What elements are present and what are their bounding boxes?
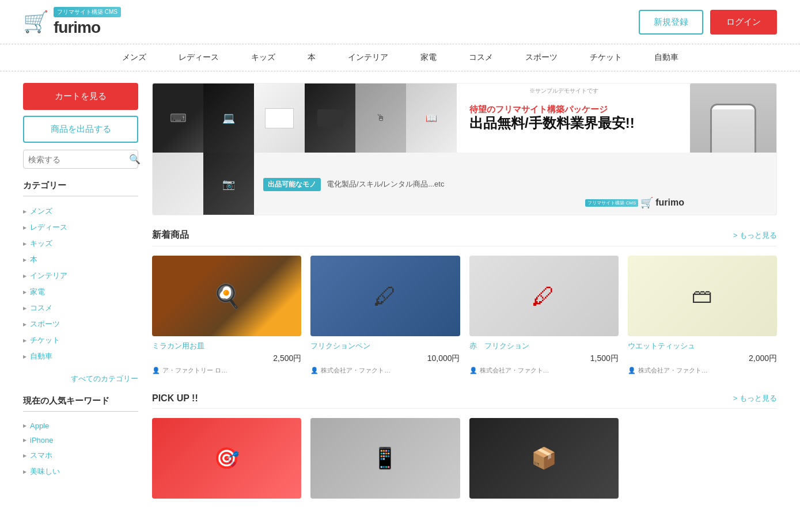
sell-button[interactable]: 商品を出品する xyxy=(23,116,138,143)
product-seller-2: 👤 株式会社ア・ファクト… xyxy=(469,366,619,375)
banner-bottom-thumb-1 xyxy=(153,153,203,215)
sidebar-item-sports[interactable]: スポーツ xyxy=(23,316,138,332)
banner-thumb-3 xyxy=(254,83,305,153)
sidebar-item-ladies[interactable]: レディース xyxy=(23,219,138,235)
category-list: メンズ レディース キッズ 本 インテリア 家電 コスメ スポーツ チケット 自… xyxy=(23,203,138,364)
pen-red-icon: 🖊 xyxy=(532,283,555,309)
banner-bottom-row: 📷 出品可能なモノ 電化製品/スキル/レンタル商品...etc フリマサイト構築… xyxy=(153,153,776,215)
search-input[interactable] xyxy=(28,155,129,164)
nav-item-electronics[interactable]: 家電 xyxy=(404,44,453,71)
sidebar: カートを見る 商品を出品する 🔍 カテゴリー メンズ レディース キッズ 本 イ… xyxy=(23,83,138,503)
nav-item-car[interactable]: 自動車 xyxy=(638,44,695,71)
pickup-card-1[interactable]: 📱 xyxy=(310,418,460,503)
register-button[interactable]: 新規登録 xyxy=(639,10,703,35)
nav-item-book[interactable]: 本 xyxy=(291,44,332,71)
main-nav: メンズ レディース キッズ 本 インテリア 家電 コスメ スポーツ チケット 自… xyxy=(0,44,800,71)
food-icon: 🍳 xyxy=(213,283,241,310)
product-card-2[interactable]: 🖊 赤 フリクション 1,500円 👤 株式会社ア・ファクト… xyxy=(469,256,619,375)
search-box: 🔍 xyxy=(23,150,138,169)
tissue-icon: 🗃 xyxy=(692,284,712,308)
product-name-1[interactable]: フリクションペン xyxy=(310,341,460,351)
product-price-1: 10,000円 xyxy=(310,354,460,364)
pickup-title: PICK UP !! xyxy=(152,393,198,404)
banner-top-row: ⌨ 💻 🖱 📖 ※サンプルデモサイ xyxy=(153,83,776,153)
pen-icon: 🖊 xyxy=(374,283,397,309)
banner-thumb-6: 📖 xyxy=(406,83,457,153)
person-icon-3: 👤 xyxy=(628,367,636,374)
banner-cart-icon: 🛒 xyxy=(640,196,653,209)
nav-item-kids[interactable]: キッズ xyxy=(235,44,291,71)
logo-badge: フリマサイト構築 CMS xyxy=(54,7,121,17)
sidebar-item-cosme[interactable]: コスメ xyxy=(23,300,138,316)
keyword-apple[interactable]: Apple xyxy=(23,419,138,433)
tablet-icon xyxy=(317,109,343,127)
product-name-0[interactable]: ミラカン用お皿 xyxy=(152,341,301,351)
keyboard-icon: ⌨ xyxy=(170,111,187,125)
pickup-card-0[interactable]: 🎯 xyxy=(152,418,301,503)
banner-thumb-4 xyxy=(305,83,355,153)
keyword-iphone[interactable]: iPhone xyxy=(23,433,138,447)
sidebar-item-mens[interactable]: メンズ xyxy=(23,203,138,219)
sidebar-item-interior[interactable]: インテリア xyxy=(23,268,138,284)
product-card-0[interactable]: 🍳 ミラカン用お皿 2,500円 👤 ア・ファクトリー ロ… xyxy=(152,256,301,375)
product-price-0: 2,500円 xyxy=(152,354,301,364)
keyword-list: Apple iPhone スマホ 美味しい xyxy=(23,419,138,480)
cart-logo-icon: 🛒 xyxy=(23,10,49,34)
product-seller-0: 👤 ア・ファクトリー ロ… xyxy=(152,366,301,375)
product-card-3[interactable]: 🗃 ウエットティッシュ 2,000円 👤 株式会社ア・ファクト… xyxy=(628,256,777,375)
product-price-3: 2,000円 xyxy=(628,354,777,364)
login-button[interactable]: ログイン xyxy=(710,10,777,35)
sidebar-item-ticket[interactable]: チケット xyxy=(23,332,138,348)
keyword-smartphone[interactable]: スマホ xyxy=(23,447,138,463)
pickup-card-2[interactable]: 📦 xyxy=(469,418,619,503)
banner-logo-name: furimo xyxy=(655,197,684,208)
product-seller-3: 👤 株式会社ア・ファクト… xyxy=(628,366,777,375)
product-card-1[interactable]: 🖊 フリクションペン 10,000円 👤 株式会社ア・ファクト… xyxy=(310,256,460,375)
new-items-title: 新着商品 xyxy=(152,229,189,241)
banner-badge: 出品可能なモノ xyxy=(263,178,321,191)
pickup-image-0: 🎯 xyxy=(152,418,301,499)
popular-keywords-title: 現在の人気キーワード xyxy=(23,396,138,412)
product-image-0: 🍳 xyxy=(152,256,301,336)
banner-main-text: ※サンプルデモサイトです 待望のフリマサイト構築パッケージ 出品無料/手数料業界… xyxy=(458,83,690,153)
main-layout: カートを見る 商品を出品する 🔍 カテゴリー メンズ レディース キッズ 本 イ… xyxy=(0,71,800,515)
banner-thumb-2: 💻 xyxy=(203,83,254,153)
banner-thumb-1: ⌨ xyxy=(153,83,203,153)
nav-item-cosme[interactable]: コスメ xyxy=(453,44,509,71)
book-icon: 📖 xyxy=(426,113,437,124)
nav-item-mens[interactable]: メンズ xyxy=(106,44,162,71)
pickup-image-2: 📦 xyxy=(469,418,619,499)
mouse-icon: 🖱 xyxy=(376,113,385,123)
banner-bottom-content: 出品可能なモノ 電化製品/スキル/レンタル商品...etc xyxy=(254,178,453,191)
content-area: ⌨ 💻 🖱 📖 ※サンプルデモサイ xyxy=(152,83,777,503)
category-section-title: カテゴリー xyxy=(23,180,138,196)
product-image-3: 🗃 xyxy=(628,256,777,336)
product-price-2: 1,500円 xyxy=(469,354,619,364)
product-name-3[interactable]: ウエットティッシュ xyxy=(628,341,777,351)
person-icon: 👤 xyxy=(152,367,160,374)
nav-item-sports[interactable]: スポーツ xyxy=(509,44,574,71)
new-items-more-link[interactable]: > もっと見る xyxy=(733,230,777,241)
logo: 🛒 フリマサイト構築 CMS furimo xyxy=(23,7,121,37)
sidebar-item-book[interactable]: 本 xyxy=(23,252,138,268)
all-categories-link[interactable]: すべてのカテゴリー xyxy=(23,374,138,384)
pickup-image-1: 📱 xyxy=(310,418,460,499)
camera-icon: 📷 xyxy=(222,178,235,191)
nav-item-interior[interactable]: インテリア xyxy=(332,44,404,71)
sidebar-item-electronics[interactable]: 家電 xyxy=(23,284,138,300)
sidebar-item-car[interactable]: 自動車 xyxy=(23,348,138,364)
nav-item-ladies[interactable]: レディース xyxy=(162,44,235,71)
banner-subtitle: 待望のフリマサイト構築パッケージ xyxy=(469,104,678,115)
banner: ⌨ 💻 🖱 📖 ※サンプルデモサイ xyxy=(152,83,777,215)
sidebar-item-kids[interactable]: キッズ xyxy=(23,235,138,252)
cart-button[interactable]: カートを見る xyxy=(23,83,138,110)
logo-name: furimo xyxy=(54,18,121,37)
search-icon[interactable]: 🔍 xyxy=(129,154,141,165)
product-name-2[interactable]: 赤 フリクション xyxy=(469,341,619,351)
nav-item-ticket[interactable]: チケット xyxy=(574,44,638,71)
pickup-more-link[interactable]: > もっと見る xyxy=(733,393,777,404)
header: 🛒 フリマサイト構築 CMS furimo 新規登録 ログイン xyxy=(0,0,800,44)
keyword-delicious[interactable]: 美味しい xyxy=(23,463,138,480)
person-icon-2: 👤 xyxy=(469,367,477,374)
laptop-icon: 💻 xyxy=(222,112,235,124)
